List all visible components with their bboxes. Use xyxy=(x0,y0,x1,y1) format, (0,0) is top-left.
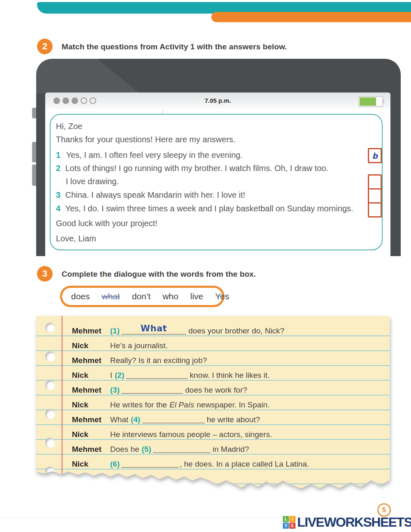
fill-blank-1[interactable]: What xyxy=(121,327,186,335)
status-bar: 7.05 p.m. xyxy=(45,93,390,109)
gap-number: (2) xyxy=(115,371,124,379)
gap-number: (1) xyxy=(110,326,120,335)
speaker-name: Nick xyxy=(72,341,88,351)
answer-box-3[interactable] xyxy=(368,188,382,204)
brand-name: LIVEWORKSHEETS xyxy=(297,516,411,529)
answer-item-4: 4 Yes, I do. I swim three times a week a… xyxy=(56,204,353,213)
item-text: Yes, I am. I often feel very sleepy in t… xyxy=(66,150,243,160)
answer-box-1[interactable]: b xyxy=(368,148,382,163)
fill-blank-6[interactable] xyxy=(121,460,179,468)
tablet-mockup: 7.05 p.m. Hi, Zoe Thanks for your questi… xyxy=(36,59,401,256)
speaker-name: Nick xyxy=(72,459,88,469)
speaker-name: Mehmet xyxy=(72,385,102,395)
message-intro: Thanks for your questions! Here are my a… xyxy=(56,134,236,144)
gap-number: (5) xyxy=(142,445,151,453)
dialogue-row: Mehmet (1)What does your brother do, Nic… xyxy=(36,324,390,339)
handwritten-answer: What xyxy=(121,324,186,333)
fill-blank-2[interactable] xyxy=(126,372,188,379)
word-option: does xyxy=(71,291,90,301)
dialogue-row: Nick He’s a journalist. xyxy=(36,339,390,354)
message-closing: Good luck with your project! xyxy=(56,218,157,228)
word-option-crossed: what xyxy=(102,291,120,301)
item-number: 1 xyxy=(56,150,60,160)
answer-item-2: 2 Lots of things! I go running with my b… xyxy=(56,163,328,173)
fill-blank-3[interactable] xyxy=(121,386,183,394)
newspaper-name: El País xyxy=(169,400,194,409)
speaker-name: Mehmet xyxy=(72,356,102,365)
item-text: Yes, I do. I swim three times a week and… xyxy=(65,204,353,213)
message-signature: Love, Liam xyxy=(56,234,96,243)
fill-blank-4[interactable] xyxy=(142,416,205,423)
item-number: 2 xyxy=(56,164,60,173)
gap-number: (6) xyxy=(110,460,120,468)
dialogue-row: Nick He writes for theEl Paísnewspaper. … xyxy=(36,398,390,413)
speaker-name: Mehmet xyxy=(72,326,102,336)
activity-3-badge: 3 xyxy=(37,266,53,282)
item-text: Lots of things! I go running with my bro… xyxy=(65,164,328,173)
liveworksheets-logo-icon: L I V E xyxy=(283,516,296,529)
dialogue-row: Nick He interviews famous people – actor… xyxy=(36,428,390,443)
speaker-name: Nick xyxy=(72,400,88,410)
fill-blank-5[interactable] xyxy=(153,446,210,453)
gap-number: (3) xyxy=(110,386,120,394)
battery-icon xyxy=(358,96,383,107)
dialogue-row: Mehmet What(4) he write about? xyxy=(36,413,390,428)
dialogue-row: Mehmet Does he(5) in Madrid? xyxy=(36,443,390,458)
worksheet-page: 2 Match the questions from Activity 1 wi… xyxy=(0,0,411,532)
word-option: Yes xyxy=(215,291,229,301)
item-number: 4 xyxy=(56,204,60,213)
activity-2-title: Match the questions from Activity 1 with… xyxy=(62,42,287,51)
word-box: does what don’t who live Yes xyxy=(60,286,224,307)
word-option: who xyxy=(162,291,178,301)
answer-box-2[interactable] xyxy=(368,174,382,190)
dialogue-row: Mehmet Really? Is it an exciting job? xyxy=(36,354,390,369)
speaker-name: Nick xyxy=(72,430,88,439)
answer-item-3: 3 China. I always speak Mandarin with he… xyxy=(56,190,245,200)
speaker-name: Nick xyxy=(72,370,88,380)
dialogue-row: Mehmet (3) does he work for? xyxy=(36,384,390,398)
activity-3-title: Complete the dialogue with the words fro… xyxy=(62,270,256,279)
status-time: 7.05 p.m. xyxy=(45,97,390,104)
answer-item-2-cont: I love drawing. xyxy=(66,176,119,186)
gap-number: (4) xyxy=(131,415,140,424)
item-number: 3 xyxy=(56,190,60,199)
bezel-reflection xyxy=(36,59,184,93)
message-card: Hi, Zoe Thanks for your questions! Here … xyxy=(50,114,383,250)
liveworksheets-logo: L I V E LIVEWORKSHEETS xyxy=(283,516,411,529)
notebook-paper: Mehmet (1)What does your brother do, Nic… xyxy=(36,316,390,489)
dialogue-row: Nick I(2) know. I think he likes it. xyxy=(36,369,390,384)
answer-item-1: 1 Yes, I am. I often feel very sleepy in… xyxy=(56,150,242,160)
activity-2-badge: 2 xyxy=(37,39,53,54)
item-text: China. I always speak Mandarin with her.… xyxy=(65,190,245,199)
dialogue-row: Nick (6), he does. In a place called La … xyxy=(36,458,390,472)
speaker-name: Mehmet xyxy=(72,415,102,425)
top-orange-bar xyxy=(211,12,411,22)
message-greeting: Hi, Zoe xyxy=(56,121,82,131)
word-option: don’t xyxy=(132,291,151,301)
word-option: live xyxy=(190,291,203,301)
speaker-name: Mehmet xyxy=(72,444,102,454)
answer-box-4[interactable] xyxy=(368,202,382,217)
